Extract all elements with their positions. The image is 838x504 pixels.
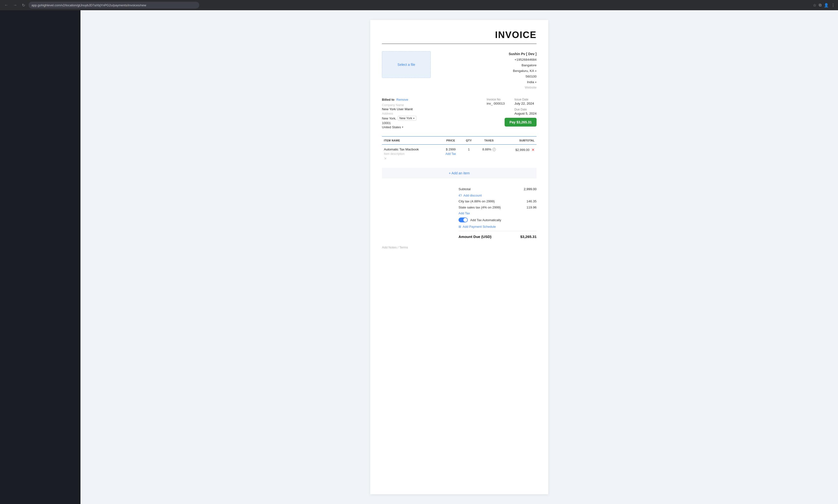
item-description[interactable]: Item description: [384, 152, 438, 156]
logo-upload-box[interactable]: Select a file: [382, 51, 431, 78]
amount-due-value: $3,265.31: [520, 235, 537, 239]
delete-item-icon[interactable]: ✕: [531, 147, 535, 152]
company-name-placeholder: Company Name: [382, 103, 487, 107]
city-tax-value: 146.35: [527, 199, 537, 203]
add-tax-label: Add Tax: [459, 211, 470, 215]
totals-section: Subtotal 2,999.00 🏷 Add discount City ta…: [382, 186, 537, 241]
invoice-header: INVOICE: [382, 30, 537, 44]
add-item-button[interactable]: + Add an item: [382, 168, 537, 179]
totals-divider: [459, 231, 537, 231]
billing-country: United States: [382, 125, 401, 129]
due-date-label: Due Date: [514, 108, 537, 111]
add-tax-link[interactable]: Add Tax: [445, 152, 456, 156]
company-info: Sushin Pv [ Dev ] +19526844684 Bangalore…: [509, 51, 537, 90]
back-button[interactable]: ←: [3, 2, 10, 8]
state-tax-row: State sales tax (4% on 2999) 119.96: [459, 204, 537, 211]
invoice-no-value: inv_ 000013: [487, 102, 505, 105]
pay-button[interactable]: Pay $3,265.31: [505, 118, 537, 127]
col-subtotal: SUBTOTAL: [502, 137, 537, 145]
add-discount-label: Add discount: [463, 194, 482, 197]
due-date-block: Due Date August 5, 2024: [514, 108, 537, 115]
subtotal-row: Subtotal 2,999.00: [459, 186, 537, 192]
state-tax-label: State sales tax (4% on 2999): [459, 205, 501, 209]
billing-country-row: United States ▾: [382, 125, 487, 129]
issue-date-label: Issue Date: [514, 98, 537, 101]
state-dropdown-arrow[interactable]: ▾: [535, 69, 537, 73]
notes-section[interactable]: Add Notes / Terms: [382, 246, 537, 249]
company-country: India: [527, 79, 534, 85]
totals-table: Subtotal 2,999.00 🏷 Add discount City ta…: [459, 186, 537, 241]
add-item-label: + Add an item: [449, 171, 470, 175]
company-state-city: Bengaluru, KA: [513, 68, 534, 74]
billed-to-label: Billed to: [382, 98, 394, 102]
state-value: New York: [399, 116, 412, 120]
resize-handle: ⇲: [384, 157, 438, 160]
company-phone: +19526844684: [509, 57, 537, 63]
invoice-no-block: Invoice No inv_ 000013: [487, 98, 505, 115]
billed-to-header: Billed to Remove: [382, 98, 487, 102]
discount-icon: 🏷: [459, 193, 462, 197]
company-website[interactable]: Website: [509, 85, 537, 90]
extensions-icon[interactable]: ⧉: [819, 3, 821, 7]
state-dropdown[interactable]: New York ▾: [398, 116, 416, 121]
company-zip: 560100: [509, 74, 537, 79]
issue-date-value: July 22, 2024: [514, 102, 537, 105]
company-name: Sushin Pv [ Dev ]: [509, 51, 537, 57]
payment-schedule-label: Add Payment Schedule: [463, 225, 496, 229]
layout: INVOICE Select a file Sushin Pv [ Dev ] …: [0, 10, 838, 504]
amount-due-label: Amount Due (USD): [459, 235, 492, 239]
invoice-meta: Invoice No inv_ 000013 Issue Date July 2…: [487, 98, 537, 127]
table-row: Automatic Tax Macbook Item description ⇲…: [382, 145, 537, 163]
country-dropdown-arrow[interactable]: ▾: [535, 80, 537, 85]
billed-to-section: Billed to Remove Company Name New York U…: [382, 98, 487, 129]
company-state-row: Bengaluru, KA ▾: [509, 68, 537, 74]
company-city: Bangalore: [509, 63, 537, 68]
notes-label: Add Notes / Terms: [382, 246, 408, 249]
refresh-button[interactable]: ↻: [20, 2, 26, 8]
issue-date-block: Issue Date July 22, 2024: [514, 98, 537, 105]
item-name: Automatic Tax Macbook: [384, 147, 438, 151]
item-subtotal: $2,999.00: [515, 148, 530, 152]
star-icon[interactable]: ☆: [813, 3, 816, 7]
menu-icon[interactable]: ⋮: [831, 3, 835, 7]
invoice-title: INVOICE: [495, 30, 537, 40]
city-tax-label: City tax (4.88% on 2999): [459, 199, 495, 203]
address-placeholder: Address: [382, 112, 487, 115]
state-tax-value: 119.96: [527, 205, 537, 209]
add-tax-row[interactable]: Add Tax: [459, 211, 537, 216]
item-price[interactable]: $ 2999: [446, 147, 456, 151]
url-bar[interactable]: app.gohighlevel.com/v2/location/gtJnuybJ…: [29, 2, 199, 8]
remove-link[interactable]: Remove: [396, 98, 408, 102]
qty-cell[interactable]: 1: [461, 145, 476, 163]
item-name-cell: Automatic Tax Macbook Item description ⇲: [382, 145, 440, 163]
billing-country-arrow[interactable]: ▾: [402, 126, 404, 129]
main-content: INVOICE Select a file Sushin Pv [ Dev ] …: [81, 10, 838, 504]
browser-toolbar: ☆ ⧉ 👤 ⋮: [813, 3, 835, 7]
col-qty: QTY: [461, 137, 476, 145]
due-date-value: August 5, 2024: [514, 112, 537, 115]
billing-row: Billed to Remove Company Name New York U…: [382, 98, 537, 129]
toggle-label: Add Tax Automatically: [470, 218, 501, 222]
state-arrow: ▾: [413, 117, 415, 120]
tax-info-icon[interactable]: i: [493, 148, 496, 151]
browser-chrome: ← → ↻ app.gohighlevel.com/v2/location/gt…: [0, 0, 838, 10]
tax-percent: 8.88% i: [482, 147, 496, 151]
invoice-container: INVOICE Select a file Sushin Pv [ Dev ] …: [370, 20, 548, 494]
amount-due-row: Amount Due (USD) $3,265.31: [459, 233, 537, 241]
logo-company-row: Select a file Sushin Pv [ Dev ] +1952684…: [382, 51, 537, 90]
forward-button[interactable]: →: [12, 2, 19, 8]
subtotal-label: Subtotal: [459, 187, 471, 191]
profile-icon[interactable]: 👤: [824, 3, 829, 7]
add-tax-toggle[interactable]: [459, 217, 468, 222]
invoice-no-label: Invoice No: [487, 98, 505, 101]
payment-schedule-row[interactable]: ⊞ Add Payment Schedule: [459, 224, 537, 230]
sidebar: [0, 10, 81, 504]
add-discount-row[interactable]: 🏷 Add discount: [459, 192, 537, 198]
logo-upload-label: Select a file: [397, 63, 415, 67]
billing-zip: 10001: [382, 121, 487, 125]
col-taxes: TAXES: [476, 137, 502, 145]
url-text: app.gohighlevel.com/v2/location/gtJnuybJ…: [32, 3, 146, 7]
company-country-row: India ▾: [509, 79, 537, 85]
payment-schedule-icon: ⊞: [459, 225, 461, 229]
subtotal-value: 2,999.00: [524, 187, 537, 191]
